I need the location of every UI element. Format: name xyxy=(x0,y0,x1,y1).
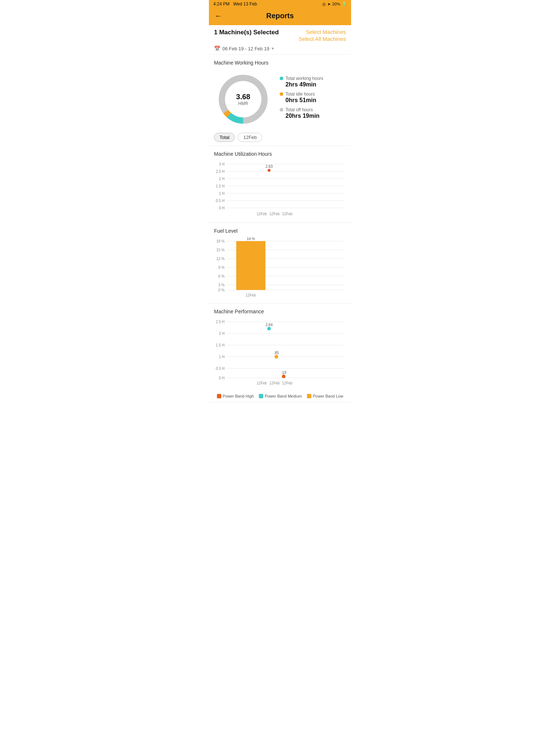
svg-text:12Feb: 12Feb xyxy=(282,212,293,216)
location-icon: ➤ xyxy=(327,2,331,7)
off-value: 20hrs 19min xyxy=(285,113,346,119)
legend-power-high: Power Band High xyxy=(217,394,254,398)
donut-area: 3.68 HMR Total working hours 2hrs 49min … xyxy=(214,70,346,128)
donut-unit: HMR xyxy=(236,101,250,106)
svg-point-55 xyxy=(275,355,278,359)
select-links: Select Machines Select All Machines xyxy=(299,29,346,42)
donut-label: 3.68 HMR xyxy=(236,93,250,106)
legend-working: Total working hours 2hrs 49min xyxy=(280,76,346,88)
svg-text:18 %: 18 % xyxy=(216,239,225,243)
legend-off: Total off hours 20hrs 19min xyxy=(280,107,346,119)
svg-text:0.5 H: 0.5 H xyxy=(216,367,225,371)
idle-dot xyxy=(280,92,283,96)
perf-svg: 2.5 H 2 H 1.5 H 1 H 0.5 H 0 H 2.64 .85 .… xyxy=(214,318,346,391)
performance-chart: 2.5 H 2 H 1.5 H 1 H 0.5 H 0 H 2.64 .85 .… xyxy=(214,318,346,391)
chevron-down-icon: ▾ xyxy=(272,46,274,51)
svg-text:2.5 H: 2.5 H xyxy=(216,170,225,174)
utilization-section: Machine Utilization Hours 3 H 2.5 H 2 H … xyxy=(209,146,351,223)
page-title: Reports xyxy=(266,12,294,20)
utilization-svg: 3 H 2.5 H 2 H 1.5 H 1 H 0.5 H 0 H 2.83 1… xyxy=(214,160,346,219)
date-range-text: 06 Feb 19 - 12 Feb 19 xyxy=(222,46,269,51)
svg-text:2.83: 2.83 xyxy=(265,165,273,169)
svg-text:3 H: 3 H xyxy=(219,162,225,166)
status-bar: 4:24 PM Wed 13 Feb ◎ ➤ 20% 🔋 xyxy=(209,0,351,8)
fuel-level-section: Fuel Level 18 % 15 % 12 % 9 % 6 % 3 % 0 … xyxy=(209,223,351,303)
svg-text:12Feb: 12Feb xyxy=(269,212,280,216)
machine-performance-section: Machine Performance 2.5 H 2 H 1.5 H 1 H … xyxy=(209,303,351,402)
tab-12feb[interactable]: 12Feb xyxy=(238,133,262,142)
svg-text:12Feb: 12Feb xyxy=(246,293,256,297)
performance-title: Machine Performance xyxy=(214,309,346,314)
select-all-machines-link[interactable]: Select All Machines xyxy=(299,36,346,42)
calendar-icon: 📅 xyxy=(214,46,220,51)
svg-text:2 H: 2 H xyxy=(219,177,225,181)
svg-point-57 xyxy=(282,375,285,378)
svg-point-19 xyxy=(268,169,271,172)
power-high-label: Power Band High xyxy=(223,394,254,398)
signal-icon: ◎ xyxy=(322,2,326,7)
svg-rect-37 xyxy=(236,241,265,290)
svg-text:9 %: 9 % xyxy=(218,266,225,270)
off-label: Total off hours xyxy=(285,107,313,112)
svg-text:18 %: 18 % xyxy=(247,237,255,241)
svg-text:0 %: 0 % xyxy=(218,288,225,292)
svg-text:3 %: 3 % xyxy=(218,283,225,287)
power-high-color xyxy=(217,394,221,398)
working-hours-legend: Total working hours 2hrs 49min Total idl… xyxy=(280,76,346,123)
working-hours-title: Machine Working Hours xyxy=(214,60,346,66)
svg-text:.19: .19 xyxy=(281,371,286,375)
svg-text:1 H: 1 H xyxy=(219,191,225,196)
select-machines-link[interactable]: Select Machines xyxy=(306,29,346,35)
off-dot xyxy=(280,108,283,112)
donut-chart: 3.68 HMR xyxy=(214,70,272,128)
battery-icon: 🔋 xyxy=(342,2,347,7)
legend-idle: Total idle hours 0hrs 51min xyxy=(280,92,346,104)
sub-header: 1 Machine(s) Selected Select Machines Se… xyxy=(209,25,351,44)
back-button[interactable]: ← xyxy=(215,12,222,20)
idle-label: Total idle hours xyxy=(285,92,315,97)
perf-legend: Power Band High Power Band Medium Power … xyxy=(214,394,346,398)
header: ← Reports xyxy=(209,8,351,25)
svg-text:1.5 H: 1.5 H xyxy=(216,343,225,347)
svg-text:12Feb: 12Feb xyxy=(269,381,280,385)
idle-value: 0hrs 51min xyxy=(285,97,346,104)
svg-point-53 xyxy=(267,327,271,330)
status-right: ◎ ➤ 20% 🔋 xyxy=(322,2,347,7)
working-label: Total working hours xyxy=(285,76,323,81)
power-low-label: Power Band Low xyxy=(313,394,343,398)
status-time-date: 4:24 PM Wed 13 Feb xyxy=(213,1,257,7)
power-medium-label: Power Band Medium xyxy=(265,394,302,398)
utilization-title: Machine Utilization Hours xyxy=(214,151,346,157)
power-medium-color xyxy=(259,394,263,398)
svg-text:15 %: 15 % xyxy=(216,248,225,252)
svg-text:2.64: 2.64 xyxy=(265,323,273,327)
machines-selected: 1 Machine(s) Selected xyxy=(214,29,279,36)
fuel-svg: 18 % 15 % 12 % 9 % 6 % 3 % 0 % 18 % 12Fe… xyxy=(214,237,346,299)
svg-text:0.5 H: 0.5 H xyxy=(216,199,225,203)
date-range[interactable]: 📅 06 Feb 19 - 12 Feb 19 ▾ xyxy=(209,44,351,55)
working-dot xyxy=(280,77,283,80)
svg-text:0 H: 0 H xyxy=(219,206,225,210)
tab-row: Total 12Feb xyxy=(214,133,346,142)
svg-text:12Feb: 12Feb xyxy=(282,381,293,385)
svg-text:1 H: 1 H xyxy=(219,355,225,359)
working-value: 2hrs 49min xyxy=(285,81,346,88)
legend-power-low: Power Band Low xyxy=(307,394,343,398)
fuel-level-chart: 18 % 15 % 12 % 9 % 6 % 3 % 0 % 18 % 12Fe… xyxy=(214,237,346,299)
donut-value: 3.68 xyxy=(236,93,250,101)
svg-text:.85: .85 xyxy=(274,351,279,355)
power-low-color xyxy=(307,394,311,398)
legend-power-medium: Power Band Medium xyxy=(259,394,302,398)
svg-text:0 H: 0 H xyxy=(219,376,225,380)
utilization-chart: 3 H 2.5 H 2 H 1.5 H 1 H 0.5 H 0 H 2.83 1… xyxy=(214,160,346,219)
tab-total[interactable]: Total xyxy=(214,133,235,142)
svg-text:2.5 H: 2.5 H xyxy=(216,320,225,324)
svg-text:12Feb: 12Feb xyxy=(257,212,267,216)
svg-text:2 H: 2 H xyxy=(219,332,225,336)
battery-level: 20% xyxy=(332,2,340,6)
machine-working-hours-section: Machine Working Hours 3.68 HMR xyxy=(209,55,351,146)
svg-text:6 %: 6 % xyxy=(218,274,225,278)
svg-text:12Feb: 12Feb xyxy=(257,381,267,385)
fuel-level-title: Fuel Level xyxy=(214,228,346,234)
svg-text:12 %: 12 % xyxy=(216,257,225,261)
